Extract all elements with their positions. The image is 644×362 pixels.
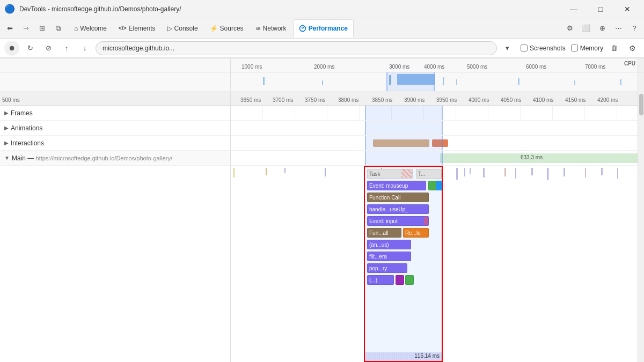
flame-function-call[interactable]: Function Call	[367, 193, 429, 202]
scrollbar-thumb[interactable]	[639, 94, 643, 115]
tab-performance[interactable]: Performance	[293, 19, 354, 38]
animations-selection	[365, 121, 443, 135]
interactions-selection	[365, 136, 443, 150]
expand-icon: ▶	[4, 110, 9, 116]
track-interactions[interactable]: ▶ Interactions	[0, 136, 230, 151]
more-options-button[interactable]: ⋯	[611, 21, 626, 36]
ruler-2000: 2000 ms	[314, 64, 334, 70]
frames-label: Frames	[11, 109, 33, 117]
help-button[interactable]: ?	[627, 21, 642, 36]
flame-green-2[interactable]	[405, 275, 414, 285]
maximize-button[interactable]: □	[588, 0, 613, 18]
welcome-icon: ⌂	[74, 25, 78, 32]
tab-back-button[interactable]: ⬅	[2, 21, 17, 36]
settings-icon[interactable]: ⚙	[562, 21, 577, 36]
tab-forward-button[interactable]: ⇾	[18, 21, 33, 36]
memory-checkbox[interactable]	[571, 45, 578, 51]
flame-ellipsis[interactable]: (...)	[367, 275, 394, 285]
flame-task-2[interactable]: T...	[416, 169, 442, 179]
r-4200: 4200 ms	[597, 97, 618, 103]
record-button[interactable]: ⏺	[4, 41, 19, 56]
tab-elements[interactable]: </> Elements	[113, 19, 161, 38]
handle-useup-label: handle...useUp_	[369, 206, 408, 212]
top-ruler: 1000 ms 2000 ms 3000 ms 4000 ms 5000 ms …	[0, 58, 644, 72]
tab-console[interactable]: ▷ Console	[162, 19, 203, 38]
screenshots-label[interactable]: Screenshots	[530, 45, 566, 52]
upload-button[interactable]: ↑	[59, 41, 74, 56]
flame-an-us[interactable]: (an...us)	[367, 240, 411, 249]
dropdown-button[interactable]: ▾	[500, 41, 515, 56]
flame-pop-ry[interactable]: pop...ry	[367, 263, 407, 273]
main-label: Main — https://microsoftedge.github.io/D…	[12, 154, 172, 162]
new-tab-button[interactable]: ⊞	[34, 21, 49, 36]
r-3750: 3750 ms	[305, 97, 325, 103]
flame-re-le[interactable]: Re...le	[403, 228, 429, 238]
download-button[interactable]: ↓	[77, 41, 92, 56]
flame-event-input[interactable]: Event: input	[367, 216, 429, 226]
flame-green-1[interactable]	[428, 181, 438, 190]
re-le-label: Re...le	[405, 230, 421, 236]
memory-label[interactable]: Memory	[580, 45, 603, 52]
address-bar: ⏺ ↻ ⊘ ↑ ↓ ▾ Screenshots Memory 🗑 ⚙	[0, 39, 644, 58]
ellipsis-label: (...)	[369, 277, 377, 283]
timer-bar	[364, 352, 443, 362]
nft-row	[0, 85, 644, 92]
add-tab-button[interactable]: ⊕	[595, 21, 610, 36]
frames-row-content	[231, 106, 638, 121]
flame-task-label: Task	[369, 171, 380, 177]
flame-purple-1[interactable]	[396, 275, 404, 285]
r-4050: 4050 ms	[501, 97, 521, 103]
gear-button[interactable]: ⚙	[625, 41, 640, 56]
close-button[interactable]: ✕	[615, 0, 640, 18]
track-animations[interactable]: ▶ Animations	[0, 121, 230, 136]
flame-fun-all[interactable]: Fun...all	[367, 228, 401, 238]
track-main[interactable]: ▼ Main — https://microsoftedge.github.io…	[0, 151, 230, 166]
animations-label: Animations	[11, 124, 42, 132]
left-panel: 500 ms ▶ Frames ▶ Animations ▶ Interacti…	[0, 92, 231, 362]
secondary-ruler-left: 500 ms	[0, 92, 230, 106]
elements-icon: </>	[119, 25, 126, 31]
fun-all-label: Fun...all	[369, 230, 389, 236]
trash-button[interactable]: 🗑	[606, 41, 621, 56]
main-header-content: 633.3 ms	[231, 151, 638, 166]
performance-icon	[299, 25, 306, 32]
dock-button[interactable]: ⬜	[579, 21, 594, 36]
ruler-3000: 3000 ms	[389, 64, 409, 70]
r-3800: 3800 ms	[338, 97, 358, 103]
tab-detach-button[interactable]: ⧉	[50, 21, 65, 36]
r-3950: 3950 ms	[436, 97, 457, 103]
event-mouseup-label: Event: mouseup	[369, 183, 408, 189]
interactions-label: Interactions	[11, 139, 44, 147]
clear-button[interactable]: ⊘	[41, 41, 56, 56]
track-frames[interactable]: ▶ Frames	[0, 106, 230, 121]
url-input[interactable]	[96, 41, 497, 55]
ruler-6000: 6000 ms	[526, 64, 546, 70]
flame-filt-era[interactable]: filt...era	[367, 252, 411, 261]
flame-chart-area[interactable]: Task T... Event: mouseup F	[231, 166, 638, 362]
window-title: DevTools - microsoftedge.github.io/Demos…	[19, 5, 557, 13]
tab-welcome[interactable]: ⌂ Welcome	[69, 19, 112, 38]
tab-bar-left-controls: ⬅ ⇾ ⊞ ⧉	[2, 21, 65, 36]
screenshots-checkbox[interactable]	[521, 45, 528, 51]
flame-blue-1[interactable]	[436, 181, 442, 190]
flame-task[interactable]: Task	[367, 169, 413, 179]
vertical-scrollbar[interactable]	[638, 92, 644, 362]
ruler-500: 500 ms	[2, 97, 20, 103]
r-4000: 4000 ms	[469, 97, 489, 103]
expand-icon: ▶	[4, 140, 9, 146]
tab-network[interactable]: ≋ Network	[250, 19, 292, 38]
filt-era-label: filt...era	[369, 254, 387, 260]
memory-checkbox-group: Memory	[571, 45, 603, 52]
tab-sources[interactable]: ⚡ Sources	[204, 19, 249, 38]
refresh-button[interactable]: ↻	[23, 41, 38, 56]
screenshots-checkbox-group: Screenshots	[521, 45, 566, 52]
function-call-label: Function Call	[369, 195, 400, 201]
flame-handle-useup[interactable]: handle...useUp_	[367, 204, 429, 214]
interactions-row-content	[231, 136, 638, 151]
ruler-7000: 7000 ms	[585, 64, 605, 70]
flame-left	[0, 166, 230, 362]
flame-event-mouseup[interactable]: Event: mouseup	[367, 181, 426, 190]
selection-rectangle: Task T... Event: mouseup F	[364, 166, 443, 362]
r-4150: 4150 ms	[565, 97, 586, 103]
minimize-button[interactable]: —	[561, 0, 586, 18]
